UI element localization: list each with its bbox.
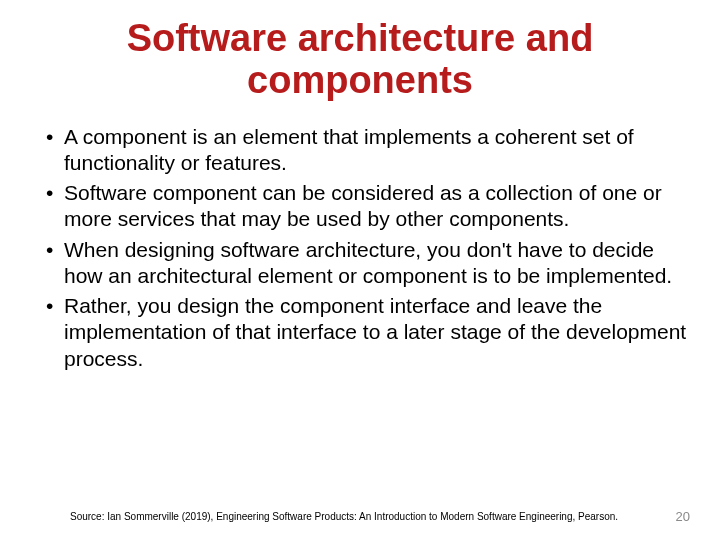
list-item: Rather, you design the component interfa… [42, 293, 690, 372]
slide: Software architecture and components A c… [0, 0, 720, 540]
slide-footer: Source: Ian Sommerville (2019), Engineer… [0, 509, 720, 524]
slide-title: Software architecture and components [30, 18, 690, 102]
page-number: 20 [676, 509, 690, 524]
source-citation: Source: Ian Sommerville (2019), Engineer… [70, 511, 618, 522]
list-item: When designing software architecture, yo… [42, 237, 690, 290]
bullet-list: A component is an element that implement… [30, 124, 690, 372]
list-item: Software component can be considered as … [42, 180, 690, 233]
list-item: A component is an element that implement… [42, 124, 690, 177]
